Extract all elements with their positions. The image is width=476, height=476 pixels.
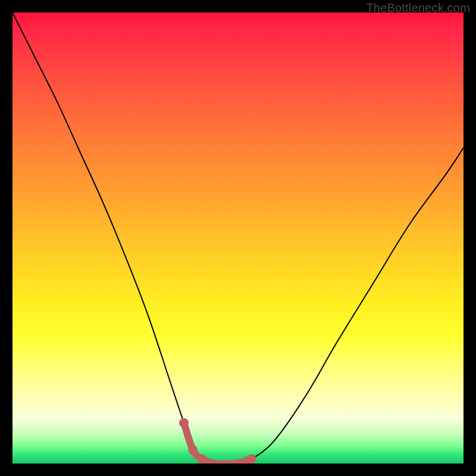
bottom-dot (197, 454, 206, 464)
plot-area (12, 12, 464, 464)
chart-frame: TheBottleneck.com (0, 0, 476, 476)
bottom-highlight (184, 423, 252, 464)
curve-svg (12, 12, 464, 464)
bottom-dot (247, 454, 256, 464)
watermark-text: TheBottleneck.com (366, 1, 470, 15)
bottom-dot (179, 418, 189, 428)
bottleneck-curve (12, 12, 464, 464)
bottom-dot (188, 445, 198, 455)
